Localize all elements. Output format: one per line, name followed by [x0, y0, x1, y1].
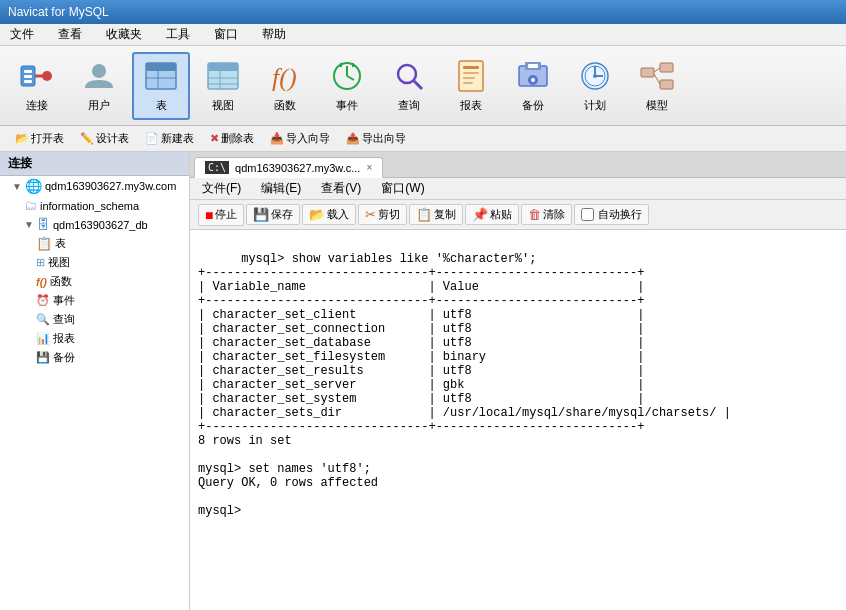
menu-view[interactable]: 查看 [52, 24, 88, 45]
menu-window[interactable]: 窗口 [208, 24, 244, 45]
query-icon [391, 58, 427, 94]
svg-rect-40 [660, 80, 673, 89]
terminal-tab[interactable]: C:\ qdm163903627.my3w.c... × [194, 157, 383, 178]
term-menu-window[interactable]: 窗口(W) [377, 179, 428, 198]
toolbar-view-label: 视图 [212, 98, 234, 113]
load-icon: 📂 [309, 207, 325, 222]
content-panel: C:\ qdm163903627.my3w.c... × 文件(F) 编辑(E)… [190, 152, 846, 610]
menu-file[interactable]: 文件 [4, 24, 40, 45]
toolbar-model[interactable]: 模型 [628, 52, 686, 120]
connect-icon [19, 58, 55, 94]
expand-arrow-server: ▼ [12, 181, 22, 192]
tab-bar: C:\ qdm163903627.my3w.c... × [190, 152, 846, 178]
view-icon [205, 58, 241, 94]
toolbar-model-label: 模型 [646, 98, 668, 113]
view-tree-icon: ⊞ [36, 256, 45, 269]
svg-rect-24 [463, 66, 479, 69]
svg-rect-23 [459, 61, 483, 91]
delete-table-btn[interactable]: ✖ 删除表 [203, 128, 261, 149]
toolbar-connect-label: 连接 [26, 98, 48, 113]
tree-report-node[interactable]: 📊 报表 [0, 329, 189, 348]
schema-icon: 🗂 [24, 198, 37, 213]
term-menu-file[interactable]: 文件(F) [198, 179, 245, 198]
toolbar-table[interactable]: 表 [132, 52, 190, 120]
clear-btn[interactable]: 🗑 清除 [521, 204, 572, 225]
user-icon [81, 58, 117, 94]
svg-line-22 [414, 81, 422, 89]
tree-query-node[interactable]: 🔍 查询 [0, 310, 189, 329]
open-table-btn[interactable]: 📂 打开表 [8, 128, 71, 149]
toolbar-schedule-label: 计划 [584, 98, 606, 113]
svg-point-37 [593, 74, 597, 78]
tree-server[interactable]: ▼ 🌐 qdm163903627.my3w.com [0, 176, 189, 196]
svg-rect-7 [146, 63, 176, 71]
tab-close-btn[interactable]: × [366, 162, 372, 173]
backup-tree-icon: 💾 [36, 351, 50, 364]
svg-rect-26 [463, 77, 475, 79]
svg-line-42 [654, 74, 660, 84]
term-menu-edit[interactable]: 编辑(E) [257, 179, 305, 198]
paste-btn[interactable]: 📌 粘贴 [465, 204, 519, 225]
terminal-tab-label: qdm163903627.my3w.c... [235, 162, 360, 174]
stop-btn[interactable]: ■ 停止 [198, 204, 244, 226]
svg-rect-39 [660, 63, 673, 72]
copy-icon: 📋 [416, 207, 432, 222]
terminal-tab-icon: C:\ [205, 161, 229, 174]
svg-rect-3 [24, 80, 32, 83]
svg-line-18 [347, 76, 354, 80]
sidebar: 连接 ▼ 🌐 qdm163903627.my3w.com 🗂 informati… [0, 152, 190, 610]
export-wizard-btn[interactable]: 📤 导出向导 [339, 128, 413, 149]
svg-rect-2 [24, 75, 32, 78]
tree-db1[interactable]: ▼ 🗄 qdm163903627_db [0, 215, 189, 234]
design-table-btn[interactable]: ✏️ 设计表 [73, 128, 136, 149]
autowrap-label[interactable]: 自动换行 [574, 204, 649, 225]
toolbar-schedule[interactable]: 计划 [566, 52, 624, 120]
tree-table-node[interactable]: 📋 表 [0, 234, 189, 253]
menu-tools[interactable]: 工具 [160, 24, 196, 45]
title-bar: Navicat for MySQL [0, 0, 846, 24]
term-menu-view[interactable]: 查看(V) [317, 179, 365, 198]
report-tree-icon: 📊 [36, 332, 50, 345]
toolbar-backup[interactable]: 备份 [504, 52, 562, 120]
terminal-content: mysql> show variables like '%character%'… [198, 252, 731, 518]
save-btn[interactable]: 💾 保存 [246, 204, 300, 225]
tree-backup-node[interactable]: 💾 备份 [0, 348, 189, 367]
query-tree-icon: 🔍 [36, 313, 50, 326]
open-table-icon: 📂 [15, 132, 29, 145]
tree-event-node[interactable]: ⏰ 事件 [0, 291, 189, 310]
db-icon: 🗄 [37, 217, 50, 232]
load-btn[interactable]: 📂 载入 [302, 204, 356, 225]
menu-favorites[interactable]: 收藏夹 [100, 24, 148, 45]
toolbar-user[interactable]: 用户 [70, 52, 128, 120]
svg-point-4 [42, 71, 52, 81]
export-wizard-icon: 📤 [346, 132, 360, 145]
tree-schema1[interactable]: 🗂 information_schema [0, 196, 189, 215]
tree-func-node[interactable]: f() 函数 [0, 272, 189, 291]
autowrap-checkbox[interactable] [581, 208, 594, 221]
toolbar-report[interactable]: 报表 [442, 52, 500, 120]
server-icon: 🌐 [25, 178, 42, 194]
main-toolbar: 连接 用户 表 [0, 46, 846, 126]
table-tree-icon: 📋 [36, 236, 52, 251]
terminal-menu-bar: 文件(F) 编辑(E) 查看(V) 窗口(W) [190, 178, 846, 200]
svg-text:f(): f() [272, 63, 297, 92]
func-tree-icon: f() [36, 276, 47, 288]
terminal-output[interactable]: mysql> show variables like '%character%'… [190, 230, 846, 610]
toolbar-view[interactable]: 视图 [194, 52, 252, 120]
menu-help[interactable]: 帮助 [256, 24, 292, 45]
svg-point-5 [92, 64, 106, 78]
toolbar-backup-label: 备份 [522, 98, 544, 113]
toolbar-event[interactable]: 事件 [318, 52, 376, 120]
import-wizard-btn[interactable]: 📥 导入向导 [263, 128, 337, 149]
toolbar-function[interactable]: f() 函数 [256, 52, 314, 120]
model-icon [639, 58, 675, 94]
svg-rect-25 [463, 72, 479, 74]
menu-bar: 文件 查看 收藏夹 工具 窗口 帮助 [0, 24, 846, 46]
toolbar-query[interactable]: 查询 [380, 52, 438, 120]
tree-view-node[interactable]: ⊞ 视图 [0, 253, 189, 272]
cut-btn[interactable]: ✂ 剪切 [358, 204, 407, 225]
new-table-btn[interactable]: 📄 新建表 [138, 128, 201, 149]
action-bar: 📂 打开表 ✏️ 设计表 📄 新建表 ✖ 删除表 📥 导入向导 📤 导出向导 [0, 126, 846, 152]
copy-btn[interactable]: 📋 复制 [409, 204, 463, 225]
toolbar-connect[interactable]: 连接 [8, 52, 66, 120]
